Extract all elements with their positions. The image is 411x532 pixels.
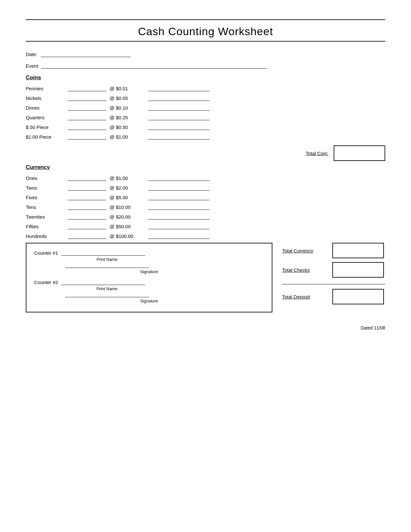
- coin-rate-5: @ $1.00: [110, 134, 145, 140]
- event-input[interactable]: [41, 63, 267, 69]
- total-currency-row: Total Currency: [282, 243, 385, 258]
- coin-label-5: $1.00 Piece: [26, 134, 68, 140]
- coin-qty-3[interactable]: [68, 114, 106, 120]
- footer: Dated 11/08: [26, 325, 385, 330]
- counter1-print-name-label: Print Name: [65, 257, 149, 262]
- total-checks-box[interactable]: [332, 262, 384, 278]
- currency-qty-5[interactable]: [68, 223, 106, 229]
- coin-label-4: $.50 Piece: [26, 124, 68, 130]
- currency-row-5: Fifties @ $50.00: [26, 223, 385, 229]
- currency-qty-0[interactable]: [68, 175, 106, 181]
- right-totals: Total Currency Total Checks Total Deposi…: [282, 243, 385, 312]
- currency-row-1: Twos @ $2.00: [26, 185, 385, 191]
- total-deposit-box[interactable]: [332, 289, 384, 304]
- coin-label-2: Dimes: [26, 105, 68, 111]
- currency-label-5: Fifties: [26, 224, 68, 229]
- counter1-sig-line: [65, 268, 149, 268]
- counter2-print-name-label: Print Name: [65, 286, 149, 291]
- coin-row-5: $1.00 Piece @ $1.00: [26, 134, 385, 140]
- totals-separator: [282, 284, 385, 284]
- currency-row-4: Twenties @ $20.00: [26, 214, 385, 220]
- counter2-row: Counter #2: [34, 279, 264, 285]
- counter2-print-name-center: Print Name: [65, 286, 149, 291]
- currency-qty-4[interactable]: [68, 214, 106, 220]
- coin-amount-4[interactable]: [148, 124, 210, 130]
- currency-amount-1[interactable]: [148, 185, 210, 191]
- coin-rate-4: @ $0.50: [110, 124, 145, 130]
- currency-label-1: Twos: [26, 185, 68, 191]
- coin-qty-5[interactable]: [68, 134, 106, 140]
- currency-rate-2: @ $5.00: [110, 195, 145, 200]
- currency-heading: Currency: [26, 164, 385, 171]
- currency-label-0: Ones: [26, 175, 68, 181]
- currency-row-2: Fives @ $5.00: [26, 194, 385, 200]
- event-label: Event: [26, 63, 38, 69]
- currency-label-3: Tens: [26, 204, 68, 210]
- date-row: Date:: [26, 51, 385, 57]
- coin-row-1: Nickels @ $0.05: [26, 95, 385, 101]
- currency-label-2: Fives: [26, 195, 68, 200]
- coin-qty-0[interactable]: [68, 85, 106, 91]
- currency-qty-1[interactable]: [68, 185, 106, 191]
- coin-amount-3[interactable]: [148, 114, 210, 120]
- counter2-name-input[interactable]: [61, 279, 145, 285]
- coin-qty-4[interactable]: [68, 124, 106, 130]
- event-row: Event: [26, 63, 385, 69]
- currency-row-6: Hundreds @ $100.00: [26, 233, 385, 239]
- currency-amount-3[interactable]: [148, 204, 210, 210]
- total-deposit-row: Total Deposit: [282, 289, 385, 304]
- page-title: Cash Counting Worksheet: [26, 25, 385, 38]
- currency-label-6: Hundreds: [26, 233, 68, 239]
- currency-amount-2[interactable]: [148, 194, 210, 200]
- total-checks-label: Total Checks: [282, 267, 327, 273]
- coin-rate-1: @ $0.05: [110, 95, 145, 101]
- bottom-section: Counter #1 Print Name Signature Counter …: [26, 243, 385, 312]
- total-currency-box[interactable]: [332, 243, 384, 258]
- currency-list: Ones @ $1.00 Twos @ $2.00 Fives @ $5.00 …: [26, 175, 385, 239]
- coin-amount-5[interactable]: [148, 134, 210, 140]
- total-coin-row: Total Coin:: [26, 145, 385, 161]
- dated-label: Dated 11/08: [361, 325, 385, 330]
- total-coin-box[interactable]: [334, 145, 385, 161]
- coin-label-1: Nickels: [26, 95, 68, 101]
- currency-row-0: Ones @ $1.00: [26, 175, 385, 181]
- currency-label-4: Twenties: [26, 214, 68, 220]
- top-rule: [26, 19, 385, 20]
- counter1-row: Counter #1: [34, 250, 264, 256]
- counters-box: Counter #1 Print Name Signature Counter …: [26, 243, 272, 312]
- coin-amount-0[interactable]: [148, 85, 210, 91]
- coin-row-0: Pennies @ $0.01: [26, 85, 385, 91]
- currency-qty-2[interactable]: [68, 194, 106, 200]
- coin-label-3: Quarters: [26, 115, 68, 120]
- date-label: Date:: [26, 52, 37, 57]
- currency-amount-4[interactable]: [148, 214, 210, 220]
- currency-rate-1: @ $2.00: [110, 185, 145, 191]
- currency-qty-3[interactable]: [68, 204, 106, 210]
- coin-amount-1[interactable]: [148, 95, 210, 101]
- coin-row-2: Dimes @ $0.10: [26, 105, 385, 111]
- date-input[interactable]: [41, 51, 131, 57]
- title-bottom-rule: [26, 41, 385, 42]
- title-section: Cash Counting Worksheet: [26, 22, 385, 41]
- counter1-name-input[interactable]: [61, 250, 145, 256]
- total-deposit-label: Total Deposit: [282, 294, 327, 300]
- coin-qty-1[interactable]: [68, 95, 106, 101]
- currency-rate-4: @ $20.00: [110, 214, 145, 220]
- total-currency-label: Total Currency: [282, 248, 327, 253]
- coin-rate-0: @ $0.01: [110, 86, 145, 91]
- coin-rate-2: @ $0.10: [110, 105, 145, 111]
- coin-amount-2[interactable]: [148, 105, 210, 111]
- currency-rate-6: @ $100.00: [110, 233, 145, 239]
- coin-row-3: Quarters @ $0.25: [26, 114, 385, 120]
- counter1-sig-label: Signature: [34, 269, 264, 274]
- currency-amount-5[interactable]: [148, 223, 210, 229]
- coins-heading: Coins: [26, 74, 385, 81]
- currency-amount-6[interactable]: [148, 233, 210, 239]
- currency-rate-0: @ $1.00: [110, 175, 145, 181]
- currency-amount-0[interactable]: [148, 175, 210, 181]
- currency-row-3: Tens @ $10.00: [26, 204, 385, 210]
- total-checks-row: Total Checks: [282, 262, 385, 278]
- counter1-label: Counter #1: [34, 250, 58, 256]
- coin-qty-2[interactable]: [68, 105, 106, 111]
- currency-qty-6[interactable]: [68, 233, 106, 239]
